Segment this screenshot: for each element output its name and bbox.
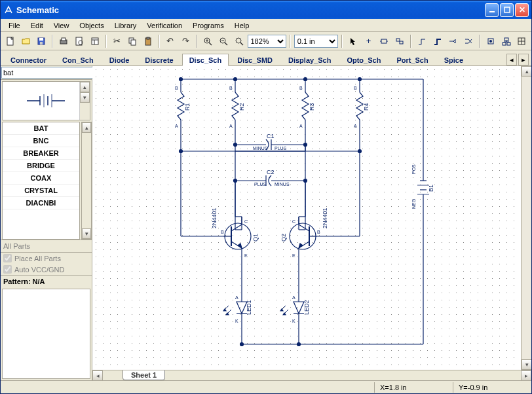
part-preview: ▴▾ xyxy=(2,81,90,120)
redo-icon[interactable]: ↷ xyxy=(179,34,193,48)
part-coax[interactable]: COAX xyxy=(3,172,79,185)
tab-spice[interactable]: Spice xyxy=(437,54,470,65)
auto-vcc-checkbox[interactable] xyxy=(3,265,12,274)
status-x: X=1.8 in xyxy=(374,382,453,393)
tab-discrete[interactable]: Discrete xyxy=(138,54,180,65)
menu-library[interactable]: Library xyxy=(109,20,142,31)
auto-vcc-label: Auto VCC/GND xyxy=(14,266,64,274)
maximize-button[interactable] xyxy=(500,3,514,17)
svg-text:C: C xyxy=(244,219,248,224)
component-array-icon[interactable] xyxy=(392,34,407,48)
part-icon[interactable] xyxy=(484,34,498,48)
bus-icon[interactable] xyxy=(430,34,445,48)
tab-scroll-right[interactable]: ▸ xyxy=(518,54,529,65)
partlist-scroll-down[interactable]: ▾ xyxy=(82,228,91,239)
svg-point-32 xyxy=(489,40,492,43)
tab-port-sch[interactable]: Port_Sch xyxy=(389,54,435,65)
zoom-out-icon[interactable] xyxy=(216,34,231,48)
tab-disc-sch[interactable]: Disc_Sch xyxy=(182,54,229,66)
svg-text:A: A xyxy=(175,124,178,128)
menu-help[interactable]: Help xyxy=(229,20,255,31)
app-window: Schematic ✕ File Edit View Objects Libra… xyxy=(0,0,532,394)
menu-edit[interactable]: Edit xyxy=(26,20,48,31)
schematic-canvas[interactable]: R1 R2 R3 R4 C1 C2 MINUS PLUS PLUS MINUS … xyxy=(92,66,521,370)
vscroll-down[interactable]: ▾ xyxy=(522,359,531,370)
menu-objects[interactable]: Objects xyxy=(74,20,109,31)
svg-text:LED1: LED1 xyxy=(246,300,252,315)
vscroll-up[interactable]: ▴ xyxy=(522,66,531,77)
filter-label[interactable]: All Parts xyxy=(1,240,92,253)
svg-text:R1: R1 xyxy=(184,103,191,111)
part-diacnbi[interactable]: DIACNBI xyxy=(3,197,79,209)
minimize-button[interactable] xyxy=(485,3,499,17)
tab-display-sch[interactable]: Display_Sch xyxy=(281,54,338,65)
svg-text:B: B xyxy=(221,230,224,234)
menu-view[interactable]: View xyxy=(48,20,75,31)
paste-icon[interactable] xyxy=(141,34,155,48)
copy-icon[interactable] xyxy=(125,34,140,48)
new-icon[interactable] xyxy=(3,34,18,48)
preview-scroll-down[interactable]: ▾ xyxy=(80,92,90,103)
canvas-vscroll[interactable]: ▴ ▾ xyxy=(521,66,531,370)
zoom-combo[interactable]: 182% xyxy=(248,35,286,48)
part-bnc[interactable]: BNC xyxy=(3,135,79,147)
undo-icon[interactable]: ↶ xyxy=(163,34,178,48)
svg-text:C1: C1 xyxy=(267,133,275,139)
wire-icon[interactable] xyxy=(415,34,429,48)
part-crystal[interactable]: CRYSTAL xyxy=(3,185,79,197)
print-preview-icon[interactable] xyxy=(72,34,86,48)
svg-point-24 xyxy=(236,38,241,43)
print-icon[interactable] xyxy=(56,34,71,48)
svg-rect-35 xyxy=(507,43,510,45)
svg-rect-4 xyxy=(39,38,43,41)
grid-icon[interactable] xyxy=(514,34,529,48)
svg-rect-5 xyxy=(40,42,43,45)
svg-text:PLUS: PLUS xyxy=(275,146,287,151)
place-all-checkbox[interactable] xyxy=(3,254,12,262)
tab-scroll-left[interactable]: ◂ xyxy=(506,54,517,65)
save-icon[interactable] xyxy=(35,34,49,48)
hscroll-right[interactable]: ▸ xyxy=(521,370,531,381)
svg-text:POS: POS xyxy=(411,164,416,174)
tab-opto-sch[interactable]: Opto_Sch xyxy=(339,54,388,65)
part-search-input[interactable] xyxy=(1,67,96,79)
menu-programs[interactable]: Programs xyxy=(187,20,229,31)
sheet-tab[interactable]: Sheet 1 xyxy=(123,370,165,380)
separator xyxy=(479,35,480,48)
part-bat[interactable]: BAT xyxy=(3,122,79,135)
preview-scroll-up[interactable]: ▴ xyxy=(80,82,90,92)
partlist-scroll-up[interactable]: ▴ xyxy=(82,122,91,133)
open-icon[interactable] xyxy=(19,34,33,48)
close-button[interactable]: ✕ xyxy=(515,3,529,17)
pointer-icon[interactable] xyxy=(346,34,360,48)
tab-connector[interactable]: Connector xyxy=(3,54,54,65)
tab-con-sch[interactable]: Con_Sch xyxy=(55,54,101,65)
crosshair-icon[interactable]: + xyxy=(362,34,376,48)
canvas-hscroll[interactable]: ◂ Sheet 1 ▸ xyxy=(92,370,531,380)
svg-text:2N4401: 2N4401 xyxy=(322,207,328,228)
titles-icon[interactable] xyxy=(88,34,102,48)
canvas-area: R1 R2 R3 R4 C1 C2 MINUS PLUS PLUS MINUS … xyxy=(92,66,531,380)
svg-text:R4: R4 xyxy=(363,103,370,111)
svg-text:A: A xyxy=(292,295,295,300)
svg-text:K: K xyxy=(235,319,238,323)
cut-icon[interactable]: ✂ xyxy=(110,34,124,48)
component-icon[interactable] xyxy=(377,34,391,48)
menu-verification[interactable]: Verification xyxy=(142,20,187,31)
hierarchy-icon[interactable] xyxy=(499,34,514,48)
units-combo[interactable]: 0.1 in xyxy=(294,35,338,48)
svg-rect-29 xyxy=(396,39,400,41)
zoom-in-icon[interactable] xyxy=(200,34,215,48)
part-list: BAT BNC BREAKER BRIDGE COAX CRYSTAL DIAC… xyxy=(2,122,80,240)
menu-file[interactable]: File xyxy=(3,20,26,31)
busconn-icon[interactable] xyxy=(461,34,476,48)
zoom-fit-icon[interactable] xyxy=(232,34,246,48)
netport-icon[interactable] xyxy=(446,34,460,48)
part-breaker[interactable]: BREAKER xyxy=(3,147,79,160)
hscroll-left[interactable]: ◂ xyxy=(92,370,103,381)
tab-disc-smd[interactable]: Disc_SMD xyxy=(230,54,280,65)
part-bridge[interactable]: BRIDGE xyxy=(3,160,79,172)
tab-diode[interactable]: Diode xyxy=(102,54,137,65)
svg-rect-26 xyxy=(381,39,387,43)
svg-text:2N4401: 2N4401 xyxy=(211,207,218,228)
